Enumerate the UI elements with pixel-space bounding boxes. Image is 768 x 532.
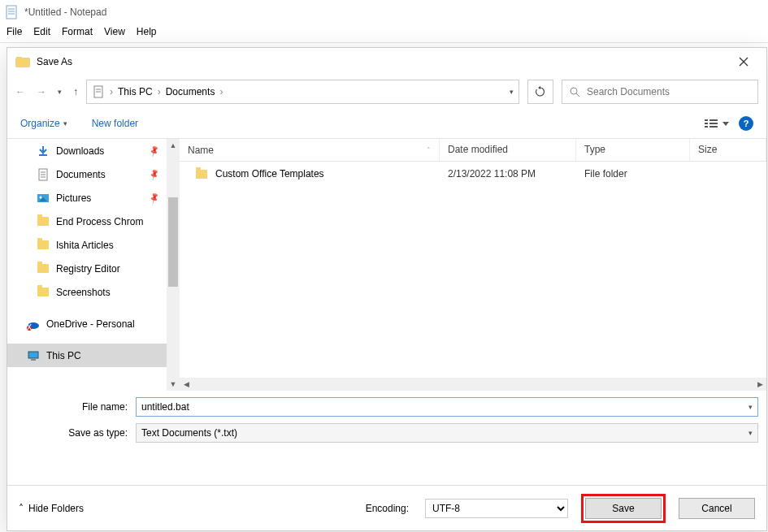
row-date: 2/13/2022 11:08 PM (440, 168, 576, 179)
row-name: Custom Office Templates (215, 168, 324, 179)
tree-item-ishita-articles[interactable]: Ishita Articles (7, 233, 167, 257)
folder-icon (196, 170, 207, 179)
tree-item-label: OneDrive - Personal (46, 318, 135, 330)
new-folder-button[interactable]: New folder (92, 118, 138, 129)
forward-button[interactable]: → (37, 86, 46, 97)
svg-rect-17 (705, 123, 708, 124)
svg-marker-12 (538, 86, 540, 89)
pic-icon (37, 192, 50, 205)
col-name[interactable]: Name˄ (180, 139, 440, 161)
file-name-row: File name: ▾ (15, 397, 758, 417)
scroll-down-icon[interactable]: ▼ (167, 378, 180, 391)
file-name-field[interactable]: ▾ (136, 397, 758, 417)
doc-icon (92, 85, 105, 98)
folder-icon (37, 239, 50, 252)
svg-rect-20 (709, 126, 718, 128)
tree-item-onedrive-personal[interactable]: xOneDrive - Personal (7, 312, 167, 335)
menu-edit[interactable]: Edit (33, 26, 50, 37)
save-highlight: Save (581, 494, 666, 523)
svg-marker-22 (40, 146, 46, 153)
menu-view[interactable]: View (104, 26, 125, 37)
tree-item-downloads[interactable]: Downloads (7, 139, 167, 162)
close-button[interactable] (729, 51, 758, 72)
svg-rect-18 (709, 123, 718, 124)
encoding-select[interactable]: UTF-8 (425, 499, 568, 518)
list-scrollbar-h[interactable]: ◀ ▶ (180, 378, 766, 391)
crumb-documents[interactable]: Documents (166, 86, 215, 97)
svg-point-13 (571, 88, 577, 94)
tree-item-label: End Process Chrom (56, 216, 143, 227)
toolbar: Organize▾ New folder ? (7, 108, 766, 139)
svg-text:x: x (27, 321, 32, 331)
save-type-field[interactable]: Text Documents (*.txt) ▾ (136, 423, 758, 443)
col-size[interactable]: Size (690, 139, 766, 161)
chevron-down-icon[interactable]: ▾ (748, 403, 753, 411)
tree-item-this-pc[interactable]: This PC (7, 344, 167, 367)
address-dropdown[interactable]: ▾ (510, 88, 514, 96)
col-date[interactable]: Date modified (440, 139, 576, 161)
file-name-input[interactable] (141, 401, 748, 413)
scroll-left-icon[interactable]: ◀ (180, 378, 193, 391)
scroll-up-icon[interactable]: ▲ (167, 139, 180, 152)
scroll-right-icon[interactable]: ▶ (753, 378, 766, 391)
scroll-thumb[interactable] (168, 197, 178, 287)
tree-item-label: This PC (46, 350, 81, 361)
menu-bar: File Edit Format View Help (0, 24, 768, 43)
tree-item-label: Registry Editor (56, 263, 120, 275)
download-icon (37, 145, 50, 158)
list-row[interactable]: Custom Office Templates2/13/2022 11:08 P… (180, 162, 766, 186)
nav-row: ← → ▾ ↑ › This PC › Documents › ▾ (7, 76, 766, 108)
dialog-title: Save As (37, 56, 72, 67)
tree-item-label: Downloads (56, 145, 104, 157)
tree-item-label: Screenshots (56, 287, 111, 298)
thispc-icon (27, 349, 40, 362)
cancel-button[interactable]: Cancel (679, 498, 755, 519)
chevron-down-icon[interactable]: ▾ (748, 429, 753, 437)
svg-marker-21 (722, 122, 729, 126)
svg-rect-16 (709, 119, 718, 121)
help-button[interactable]: ? (739, 116, 753, 131)
back-button[interactable]: ← (15, 86, 25, 97)
tree-item-label: Pictures (56, 192, 91, 204)
nav-tree: DownloadsDocumentsPicturesEnd Process Ch… (7, 139, 167, 391)
crumb-thispc[interactable]: This PC (118, 86, 153, 97)
view-options-button[interactable] (705, 118, 729, 129)
address-bar[interactable]: › This PC › Documents › ▾ (86, 80, 519, 104)
search-icon (569, 86, 580, 97)
onedrive-icon: x (27, 318, 40, 331)
tree-item-documents[interactable]: Documents (7, 162, 167, 186)
svg-line-14 (576, 93, 579, 97)
search-box[interactable] (562, 80, 758, 104)
hide-folders-button[interactable]: ˄ Hide Folders (19, 503, 84, 514)
search-input[interactable] (587, 86, 751, 97)
save-type-row: Save as type: Text Documents (*.txt) ▾ (15, 423, 758, 443)
up-button[interactable]: ↑ (73, 86, 78, 97)
doc-icon (37, 168, 50, 181)
menu-file[interactable]: File (7, 26, 22, 37)
tree-item-label: Ishita Articles (56, 240, 114, 251)
encoding-label: Encoding: (366, 503, 409, 514)
col-type[interactable]: Type (576, 139, 690, 161)
menu-help[interactable]: Help (137, 26, 157, 37)
save-type-label: Save as type: (15, 427, 136, 439)
window-title: *Untitled - Notepad (24, 6, 106, 18)
refresh-button[interactable] (527, 80, 553, 104)
organize-button[interactable]: Organize▾ (20, 118, 67, 129)
svg-rect-35 (31, 359, 36, 361)
svg-rect-23 (39, 154, 47, 156)
tree-item-screenshots[interactable]: Screenshots (7, 280, 167, 304)
file-list: Name˄ Date modified Type Size Custom Off… (180, 139, 766, 391)
save-button[interactable]: Save (585, 498, 662, 519)
folder-icon (37, 262, 50, 275)
tree-scrollbar[interactable]: ▲ ▼ (167, 139, 180, 391)
recent-dropdown[interactable]: ▾ (58, 88, 62, 96)
tree-item-end-process-chrom[interactable]: End Process Chrom (7, 210, 167, 233)
svg-rect-34 (28, 352, 38, 358)
tree-item-pictures[interactable]: Pictures (7, 186, 167, 210)
tree-item-registry-editor[interactable]: Registry Editor (7, 257, 167, 280)
svg-rect-19 (705, 126, 708, 128)
menu-format[interactable]: Format (62, 26, 93, 37)
dialog-title-bar: Save As (7, 48, 766, 76)
tree-item-label: Documents (56, 169, 106, 180)
chevron-down-icon: ▾ (63, 119, 67, 128)
